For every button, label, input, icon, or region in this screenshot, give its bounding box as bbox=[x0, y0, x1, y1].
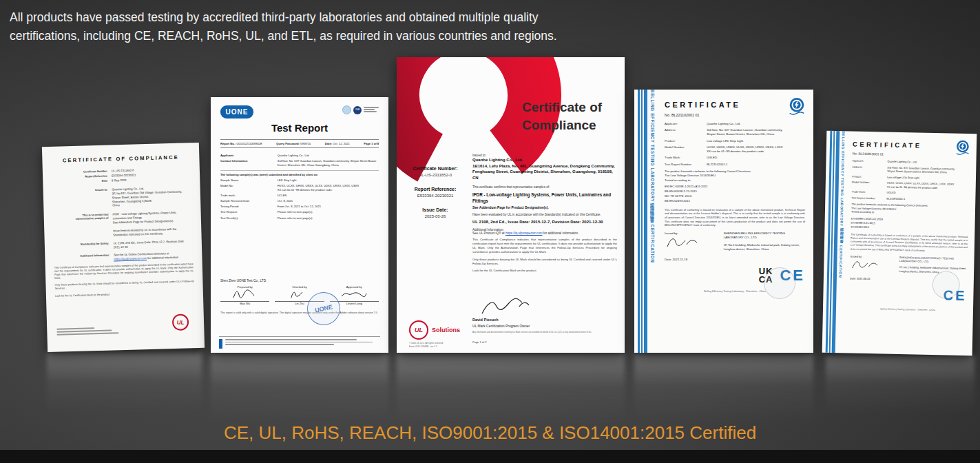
standard-item: BS EN 62493:2015 bbox=[665, 199, 805, 204]
tested-according: Tested according to: bbox=[665, 178, 805, 183]
directory-link[interactable]: https://iq.ulprospector.com bbox=[114, 256, 147, 260]
page-indicator: Page 1 of 2 bbox=[472, 340, 486, 344]
field-label: Contact Information: bbox=[220, 159, 278, 167]
lab-footer-line: Belling Efficiency Testing Laboratory - … bbox=[849, 307, 966, 312]
field-value: E533354-20230321 bbox=[401, 194, 470, 198]
field-label: Standard(s) for Safety: bbox=[54, 241, 114, 251]
signature-icon bbox=[850, 258, 880, 271]
product-description: IFDR - Low-voltage Lighting Systems, Pow… bbox=[472, 192, 617, 204]
ul-mark-text: UL bbox=[177, 319, 185, 325]
additional-text: See UL Product iQ® at bbox=[472, 232, 505, 235]
field-value: HVXX, UCXX, UHXX, UNXX, ULXX, UDXX, URXX… bbox=[278, 184, 379, 192]
field-value: UCXX, UHXX, UNXX, ULXX, UDXX, URXX, LXXX… bbox=[887, 182, 969, 191]
field-label: Testing Period: bbox=[220, 205, 278, 209]
field-label: Issue Date: bbox=[401, 207, 470, 212]
lab-stamp-icon bbox=[764, 267, 795, 299]
copyright-lines: © 2025 UL LLC. All rights reserved. Form… bbox=[409, 342, 444, 349]
header-label: Report No.: bbox=[220, 142, 236, 145]
header-value: U01052211069802E bbox=[236, 142, 262, 145]
certificate-belling-ce: BELLING EFFICIENCY TESTING LABORATORY 認證… bbox=[822, 131, 977, 356]
confirm-line: This certificate confirms that represent… bbox=[472, 185, 617, 189]
signer-title: UL Mark Certification Program Owner bbox=[472, 324, 530, 328]
field-value: UL-US-2311652-0 bbox=[401, 173, 470, 177]
field-value: Quanhe Lighting Co., Ltd. bbox=[707, 122, 805, 126]
lab-address: 1F, No.1 building, Meibushe industrial p… bbox=[724, 243, 805, 252]
field-value: Please refer to next page(s). bbox=[278, 216, 379, 220]
field-label: Date bbox=[52, 178, 112, 184]
footer-accent-bar bbox=[219, 339, 222, 349]
field-label: Test Request: bbox=[220, 210, 278, 214]
field-label: Trade Mark: bbox=[665, 156, 707, 160]
cnas-text: CNAS bbox=[355, 109, 359, 111]
header-value: Oct. 12, 2021 bbox=[333, 142, 350, 145]
certificate-uone-test-report: UONE CNAS Test Report Report No.: U01052… bbox=[211, 97, 388, 353]
report-header-strip: Report No.: U01052211069802E Query Passw… bbox=[220, 139, 379, 148]
uone-logo: UONE bbox=[220, 105, 253, 119]
field-value: Low voltage LED Strip Light bbox=[887, 176, 969, 181]
signature-block: Prepared by Max Wu bbox=[220, 285, 269, 305]
field-label: Sample Name: bbox=[220, 178, 278, 183]
field-value: 3rd Floor, No. 637 Guardian Laoxun, Guar… bbox=[887, 166, 969, 175]
field-value: LED Strip Light bbox=[278, 178, 379, 183]
field-value: UCXX, UHXX, UNXX, ULXX, UDXX, URXX, USXX… bbox=[707, 145, 805, 154]
signature-icon bbox=[231, 289, 259, 300]
disclaimer-fine-print: Any information and documentation involv… bbox=[472, 331, 610, 333]
boilerplate-paragraph: Only those products bearing the UL Mark … bbox=[54, 280, 194, 291]
signature-icon bbox=[286, 289, 313, 300]
field-label: Test Report Number: bbox=[851, 196, 886, 201]
belling-side-band: BELLING EFFICIENCY TESTING LABORATORY 認證… bbox=[638, 90, 661, 353]
field-value: BL210910001-1 bbox=[886, 197, 968, 203]
cnas-logo-icon: CNAS bbox=[353, 106, 362, 114]
field-value: UCLED bbox=[278, 194, 379, 198]
certificate-title: CERTIFICATE OF COMPLIANCE bbox=[51, 154, 190, 164]
stamp-text: UONE bbox=[314, 303, 333, 313]
lab-name: SHENZHEN BELLING EFFICIENCY TESTING LABO… bbox=[899, 256, 968, 265]
form-line: Form ULID-C9949B - ver 1.2 bbox=[409, 345, 444, 349]
accreditation-fine-print bbox=[364, 107, 379, 113]
boilerplate-paragraph: This Certificate of Compliance indicates… bbox=[54, 263, 194, 280]
report-title: Test Report bbox=[220, 122, 379, 134]
field-label: This is to certify that representative s… bbox=[53, 213, 114, 239]
report-footer bbox=[219, 336, 380, 349]
field-label: Sample Received Date: bbox=[220, 199, 278, 203]
addendum-line: See Addendum Page for Product Designatio… bbox=[472, 206, 617, 211]
ul-mark-icon: UL bbox=[172, 313, 189, 331]
field-value: Quanhe Lighting Co., Ltd. bbox=[278, 154, 379, 158]
ul-mark-icon: UL bbox=[409, 320, 428, 340]
field-label: Applicant: bbox=[665, 122, 707, 126]
additional-text: for additional information bbox=[147, 255, 178, 259]
field-value: Low voltage LED Strip Light bbox=[707, 139, 805, 143]
ilac-logo-icon bbox=[342, 105, 351, 114]
issued-to: Quanhe Lighting Co., Ltd. 3F, No.637, Gu… bbox=[112, 185, 191, 208]
accreditation-logos: CNAS bbox=[342, 105, 379, 114]
field-label: Product: bbox=[852, 175, 887, 180]
boilerplate-paragraph: Look for the UL Certification Mark on th… bbox=[472, 269, 617, 273]
lab-name: SHENZHEN BELLING EFFICIENCY TESTING LABO… bbox=[724, 232, 805, 240]
field-value: From Oct. 8, 2021 to Oct. 12, 2021 bbox=[278, 205, 379, 209]
ul-solutions-wordmark: Solutions bbox=[432, 327, 460, 333]
field-label: Address: bbox=[665, 128, 707, 136]
certificate-title: CERTIFICATE bbox=[853, 141, 970, 151]
boilerplate-paragraph: Only those products bearing the UL Mark … bbox=[472, 258, 617, 266]
product-iq-link[interactable]: https://iq.ulprospector.com bbox=[505, 232, 543, 235]
standard-item: IEC TR 62778: 2014 bbox=[665, 194, 805, 199]
samples-note: The following sample(s) was (were) submi… bbox=[220, 170, 379, 176]
field-value: UGLED bbox=[886, 192, 968, 197]
uone-logo-text: UONE bbox=[226, 108, 249, 116]
certificate-number: No. BL210910001 01 bbox=[853, 152, 970, 158]
date-line: Date: 2022-11-18 bbox=[665, 258, 724, 261]
additional-info: See the UL Online Certifications Directo… bbox=[114, 251, 193, 261]
reflection bbox=[47, 353, 202, 429]
boilerplate-paragraph: Look for the UL Certification Mark on th… bbox=[55, 291, 194, 298]
field-label: Certificate Number: bbox=[401, 166, 470, 171]
ul-solutions-logo: UL Solutions bbox=[409, 320, 460, 340]
header-value: GN9720 bbox=[300, 142, 311, 145]
certificate-title: Certificate of Compliance bbox=[522, 99, 602, 134]
field-label: Issued to: bbox=[52, 187, 113, 209]
signature-name: Max Wu bbox=[220, 302, 269, 305]
field-label: Model Number: bbox=[852, 181, 887, 189]
standard-item: EN IEC 60598-1:2021+A11:2021 bbox=[665, 185, 805, 189]
header-value: Page 1 of 8 bbox=[364, 142, 379, 145]
signature-icon bbox=[478, 297, 533, 318]
issued-to-name: Quanhe Lighting Co., Ltd. bbox=[472, 157, 617, 163]
